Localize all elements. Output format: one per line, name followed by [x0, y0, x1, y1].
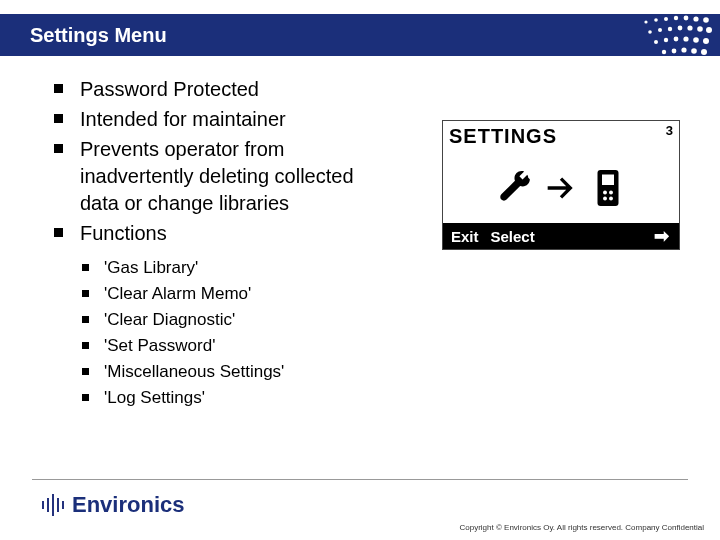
- svg-point-1: [652, 8, 655, 11]
- svg-point-4: [682, 6, 686, 10]
- sub-bullet-item: 'Clear Alarm Memo': [78, 283, 668, 306]
- bullet-item: Password Protected: [48, 76, 668, 103]
- svg-point-2: [662, 7, 666, 11]
- bullet-text: Functions: [80, 222, 167, 244]
- svg-point-21: [654, 40, 658, 44]
- device-select-label: Select: [491, 228, 535, 245]
- device-arrow-icon: ➡: [654, 225, 669, 247]
- svg-point-29: [681, 47, 686, 52]
- svg-point-13: [703, 17, 709, 23]
- sub-bullet-item: 'Set Password': [78, 335, 668, 358]
- sub-bullet-text: 'Log Settings': [104, 388, 205, 407]
- sub-bullet-item: 'Log Settings': [78, 387, 668, 410]
- sub-bullet-text: 'Miscellaneous Settings': [104, 362, 284, 381]
- svg-point-14: [648, 30, 652, 34]
- svg-point-20: [706, 27, 712, 33]
- svg-point-27: [662, 50, 666, 54]
- svg-point-22: [664, 38, 668, 42]
- svg-point-36: [603, 197, 607, 201]
- logo-text: Environics: [72, 492, 184, 518]
- svg-point-18: [687, 25, 692, 30]
- sub-bullet-text: 'Clear Alarm Memo': [104, 284, 251, 303]
- wrench-icon: [495, 169, 533, 207]
- svg-point-37: [609, 197, 613, 201]
- sub-bullet-list: 'Gas Library' 'Clear Alarm Memo' 'Clear …: [78, 257, 668, 410]
- sub-bullet-item: 'Clear Diagnostic': [78, 309, 668, 332]
- svg-point-6: [701, 7, 706, 12]
- svg-point-28: [672, 49, 677, 54]
- copyright-text: Copyright © Environics Oy. All rights re…: [459, 523, 704, 532]
- svg-point-25: [693, 37, 699, 43]
- svg-point-19: [697, 26, 703, 32]
- sub-bullet-item: 'Gas Library': [78, 257, 668, 280]
- slide-title: Settings Menu: [0, 24, 167, 47]
- svg-point-23: [674, 37, 679, 42]
- svg-point-10: [674, 16, 678, 20]
- svg-point-8: [654, 18, 658, 22]
- device-screenshot: SETTINGS 3 Exit Select ➡: [442, 120, 680, 250]
- logo-bars-icon: [42, 494, 64, 516]
- device-graphic-icon: [589, 167, 627, 209]
- sub-bullet-text: 'Set Password': [104, 336, 215, 355]
- svg-point-16: [668, 27, 672, 31]
- footer-divider: [32, 479, 688, 480]
- svg-point-12: [693, 16, 698, 21]
- svg-point-0: [643, 11, 646, 14]
- svg-point-7: [644, 20, 647, 23]
- bullet-text: Prevents operator from inadvertently del…: [80, 138, 354, 214]
- device-heading: SETTINGS: [449, 125, 557, 148]
- svg-point-30: [691, 48, 697, 54]
- sub-bullet-item: 'Miscellaneous Settings': [78, 361, 668, 384]
- svg-point-35: [609, 191, 613, 195]
- svg-rect-33: [602, 175, 614, 186]
- sub-bullet-text: 'Gas Library': [104, 258, 198, 277]
- bullet-text: Password Protected: [80, 78, 259, 100]
- device-icon-row: [443, 167, 679, 209]
- device-number: 3: [666, 123, 673, 138]
- svg-point-31: [701, 49, 707, 55]
- arrow-right-icon: [545, 174, 577, 202]
- svg-point-5: [692, 7, 697, 12]
- svg-point-11: [684, 16, 689, 21]
- svg-point-9: [664, 17, 668, 21]
- svg-point-26: [703, 38, 709, 44]
- svg-point-17: [678, 26, 683, 31]
- svg-point-3: [672, 6, 676, 10]
- svg-point-34: [603, 191, 607, 195]
- sub-bullet-text: 'Clear Diagnostic': [104, 310, 235, 329]
- corner-dot-graphic: [634, 4, 714, 62]
- svg-point-15: [658, 28, 662, 32]
- bullet-item: Prevents operator from inadvertently del…: [48, 136, 378, 217]
- device-exit-label: Exit: [443, 228, 479, 245]
- bullet-text: Intended for maintainer: [80, 108, 286, 130]
- device-button-bar: Exit Select ➡: [443, 223, 679, 249]
- svg-point-24: [683, 36, 688, 41]
- environics-logo: Environics: [42, 492, 184, 518]
- title-bar: Settings Menu: [0, 14, 720, 56]
